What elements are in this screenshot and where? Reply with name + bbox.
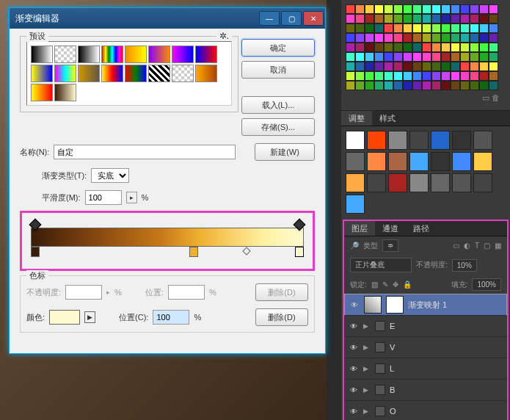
color-stop[interactable]	[31, 247, 40, 257]
color-swatch[interactable]	[441, 62, 451, 71]
color-swatch[interactable]	[431, 33, 441, 43]
color-swatch[interactable]	[384, 14, 393, 23]
style-preset[interactable]	[409, 173, 429, 192]
style-preset[interactable]	[388, 131, 407, 150]
style-preset[interactable]	[346, 131, 365, 150]
maximize-button[interactable]: ▢	[281, 11, 302, 26]
color-swatch[interactable]	[479, 43, 489, 52]
color-swatch[interactable]	[374, 43, 384, 52]
color-swatch[interactable]	[489, 71, 498, 81]
color-swatch[interactable]	[460, 43, 470, 52]
color-swatch[interactable]	[412, 52, 422, 62]
smooth-flyout[interactable]: ▸	[126, 192, 137, 203]
color-swatch[interactable]	[441, 33, 451, 43]
color-swatch[interactable]	[384, 33, 393, 43]
color-swatch[interactable]	[384, 4, 393, 14]
color-swatch[interactable]	[479, 52, 489, 62]
color-swatch[interactable]	[451, 62, 460, 71]
color-swatch[interactable]	[479, 33, 489, 43]
color-swatch[interactable]	[374, 23, 384, 33]
load-button[interactable]: 载入(L)...	[241, 96, 315, 114]
layer-row[interactable]: 👁▶E	[344, 316, 507, 337]
color-swatch[interactable]	[403, 62, 412, 71]
visibility-icon[interactable]: 👁	[349, 344, 359, 352]
gradient-preset[interactable]	[195, 46, 217, 63]
gradient-preset[interactable]	[101, 65, 123, 82]
color-flyout[interactable]: ▶	[84, 311, 95, 323]
color-swatch[interactable]	[403, 4, 412, 14]
color-swatch[interactable]	[393, 71, 403, 81]
color-swatch[interactable]	[393, 81, 403, 90]
color-swatch[interactable]	[412, 62, 422, 71]
style-preset[interactable]	[367, 131, 386, 150]
color-swatch[interactable]	[489, 14, 498, 23]
visibility-icon[interactable]: 👁	[349, 365, 359, 373]
color-swatch[interactable]	[374, 14, 384, 23]
cancel-button[interactable]: 取消	[241, 61, 315, 79]
layer-row[interactable]: 👁▶O	[344, 401, 507, 420]
color-stop[interactable]	[189, 247, 198, 257]
color-swatch[interactable]	[479, 62, 489, 71]
color-swatch[interactable]	[460, 52, 470, 62]
color-swatch[interactable]	[393, 43, 403, 52]
gradient-preset[interactable]	[54, 46, 76, 63]
blend-mode-dropdown[interactable]: 正片叠底	[350, 258, 412, 272]
gradient-type-select[interactable]: 实底	[91, 168, 129, 183]
color-swatch[interactable]	[451, 14, 460, 23]
color-swatch[interactable]	[355, 4, 365, 14]
color-swatch[interactable]	[451, 23, 460, 33]
color-swatch[interactable]	[441, 4, 451, 14]
color-swatch[interactable]	[489, 52, 498, 62]
color-swatch[interactable]	[412, 43, 422, 52]
color-swatch[interactable]	[365, 33, 374, 43]
color-stop[interactable]	[295, 247, 304, 257]
color-swatch[interactable]	[384, 81, 393, 90]
gear-icon[interactable]: ✲.	[216, 31, 232, 41]
opacity-value[interactable]: 10%	[452, 259, 477, 272]
color-swatch[interactable]	[403, 81, 412, 90]
color-swatch[interactable]	[460, 4, 470, 14]
color-swatch[interactable]	[479, 81, 489, 90]
color-swatch[interactable]	[365, 52, 374, 62]
color-swatch[interactable]	[460, 62, 470, 71]
gradient-preset[interactable]	[148, 65, 170, 82]
layer-row[interactable]: 👁▶L	[344, 358, 507, 380]
gradient-preset[interactable]	[31, 46, 53, 63]
color-swatch[interactable]	[470, 14, 479, 23]
gradient-preset[interactable]	[172, 46, 194, 63]
color-swatch[interactable]	[346, 52, 355, 62]
visibility-icon[interactable]: 👁	[349, 386, 359, 394]
color-swatch[interactable]	[451, 33, 460, 43]
color-swatch[interactable]	[479, 71, 489, 81]
color-swatch[interactable]	[422, 33, 431, 43]
color-swatch[interactable]	[365, 4, 374, 14]
color-swatch[interactable]	[422, 62, 431, 71]
color-swatch[interactable]	[384, 43, 393, 52]
color-swatch[interactable]	[441, 43, 451, 52]
gradient-preset[interactable]	[172, 65, 194, 82]
color-swatch[interactable]	[441, 14, 451, 23]
layer-row[interactable]: 👁▶V	[344, 337, 507, 358]
color-swatch[interactable]	[422, 14, 431, 23]
color-swatch[interactable]	[365, 81, 374, 90]
color-swatch[interactable]	[422, 43, 431, 52]
color-swatch[interactable]	[489, 23, 498, 33]
color-swatch[interactable]	[374, 4, 384, 14]
midpoint-handle[interactable]	[242, 247, 250, 255]
color-swatch[interactable]	[451, 71, 460, 81]
color-swatch[interactable]	[431, 4, 441, 14]
color-swatch[interactable]	[470, 33, 479, 43]
color-swatch[interactable]	[403, 71, 412, 81]
color-swatch[interactable]	[374, 71, 384, 81]
gradient-bar[interactable]	[31, 228, 304, 247]
color-swatch[interactable]	[422, 23, 431, 33]
color-swatch[interactable]	[355, 62, 365, 71]
color-swatch[interactable]	[422, 4, 431, 14]
gradient-preset[interactable]	[78, 65, 100, 82]
disclosure-icon[interactable]: ▶	[363, 344, 371, 351]
color-swatch[interactable]	[365, 14, 374, 23]
color-swatch[interactable]	[355, 52, 365, 62]
tab-layers[interactable]: 图层	[344, 221, 375, 236]
color-swatch[interactable]	[489, 43, 498, 52]
color-swatch[interactable]	[374, 52, 384, 62]
